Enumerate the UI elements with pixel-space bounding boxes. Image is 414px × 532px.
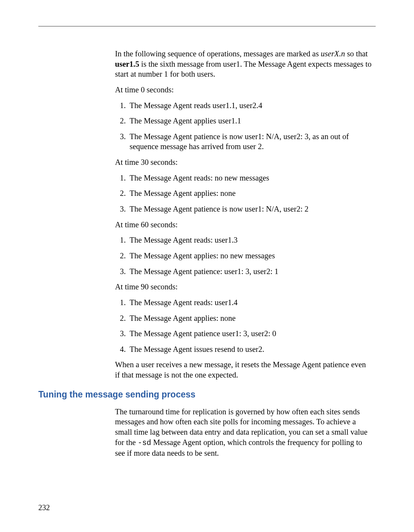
time-90-list: 1.The Message Agent reads: user1.4 2.The… (115, 297, 372, 355)
list-number: 3. (115, 328, 126, 339)
list-number: 3. (115, 204, 126, 214)
list-text: The Message Agent patience is now user1:… (130, 131, 372, 152)
list-item: 3.The Message Agent patience: user1: 3, … (115, 266, 372, 277)
list-number: 1. (115, 100, 126, 111)
time-90-label: At time 90 seconds: (115, 282, 372, 292)
tuning-paragraph: The turnaround time for replication is g… (115, 407, 372, 458)
list-number: 1. (115, 173, 126, 183)
document-page: In the following sequence of operations,… (0, 0, 414, 483)
list-item: 2.The Message Agent applies: none (115, 188, 372, 199)
list-text: The Message Agent reads user1.1, user2.4 (130, 100, 372, 111)
list-text: The Message Agent applies: none (130, 188, 372, 199)
time-30-label: At time 30 seconds: (115, 157, 372, 167)
tuning-content: The turnaround time for replication is g… (115, 407, 372, 458)
intro-text-post: is the sixth message from user1. The Mes… (115, 60, 371, 79)
list-item: 1.The Message Agent reads user1.1, user2… (115, 100, 372, 111)
list-number: 4. (115, 344, 126, 355)
page-number: 232 (38, 503, 50, 512)
time-60-label: At time 60 seconds: (115, 220, 372, 230)
list-item: 4.The Message Agent issues resend to use… (115, 344, 372, 355)
list-item: 3.The Message Agent patience is now user… (115, 131, 372, 152)
list-item: 2.The Message Agent applies: no new mess… (115, 251, 372, 261)
list-number: 2. (115, 251, 126, 261)
list-item: 1.The Message Agent reads: no new messag… (115, 173, 372, 183)
intro-paragraph: In the following sequence of operations,… (115, 49, 372, 79)
list-item: 3.The Message Agent patience is now user… (115, 204, 372, 214)
list-text: The Message Agent issues resend to user2… (130, 344, 372, 355)
intro-userx: userX.n (321, 49, 345, 58)
list-number: 1. (115, 235, 126, 245)
time-60-list: 1.The Message Agent reads: user1.3 2.The… (115, 235, 372, 276)
time-30-list: 1.The Message Agent reads: no new messag… (115, 173, 372, 214)
intro-bold: user1.5 (115, 60, 139, 68)
intro-text-pre: In the following sequence of operations,… (115, 49, 321, 58)
list-text: The Message Agent reads: user1.4 (130, 297, 372, 308)
list-text: The Message Agent patience is now user1:… (130, 204, 372, 214)
list-item: 1.The Message Agent reads: user1.4 (115, 297, 372, 308)
time-0-label: At time 0 seconds: (115, 85, 372, 95)
intro-text-mid: so that (345, 49, 368, 58)
list-text: The Message Agent applies user1.1 (130, 116, 372, 126)
tuning-code: -sd (138, 439, 151, 447)
main-content: In the following sequence of operations,… (115, 49, 372, 380)
list-text: The Message Agent patience user1: 3, use… (130, 328, 372, 339)
list-item: 2.The Message Agent applies user1.1 (115, 116, 372, 126)
section-heading-tuning: Tuning the message sending process (38, 389, 376, 400)
top-horizontal-rule (38, 26, 376, 26)
list-item: 1.The Message Agent reads: user1.3 (115, 235, 372, 245)
list-text: The Message Agent reads: no new messages (130, 173, 372, 183)
tuning-text-post: Message Agent option, which controls the… (115, 438, 362, 457)
list-number: 3. (115, 266, 126, 277)
list-number: 2. (115, 188, 126, 199)
list-item: 3.The Message Agent patience user1: 3, u… (115, 328, 372, 339)
list-text: The Message Agent patience: user1: 3, us… (130, 266, 372, 277)
time-0-list: 1.The Message Agent reads user1.1, user2… (115, 100, 372, 152)
list-text: The Message Agent reads: user1.3 (130, 235, 372, 245)
list-number: 3. (115, 131, 126, 152)
list-item: 2.The Message Agent applies: none (115, 313, 372, 323)
list-text: The Message Agent applies: none (130, 313, 372, 323)
closing-paragraph: When a user receives a new message, it r… (115, 360, 372, 380)
list-number: 2. (115, 116, 126, 126)
list-number: 1. (115, 297, 126, 308)
list-number: 2. (115, 313, 126, 323)
list-text: The Message Agent applies: no new messag… (130, 251, 372, 261)
